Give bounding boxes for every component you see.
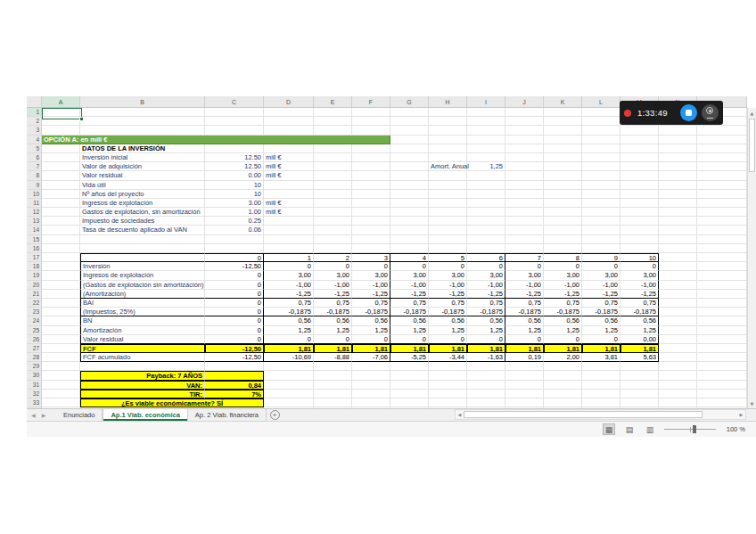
cell-filler-19[interactable] (697, 271, 747, 280)
cell-I23[interactable]: -0,1875 (467, 308, 505, 316)
cell-M26[interactable]: 0,00 (620, 335, 659, 344)
cell-K9[interactable] (544, 181, 582, 190)
cell-G5[interactable] (390, 144, 429, 153)
cell-J13[interactable] (505, 217, 544, 226)
cell-N6[interactable] (659, 153, 697, 162)
cell-M31[interactable] (620, 381, 659, 390)
cell-M19[interactable]: 3,00 (620, 271, 659, 280)
cell-E31[interactable] (314, 381, 352, 390)
cell-L8[interactable] (582, 171, 620, 180)
cell-filler-16[interactable] (697, 244, 747, 253)
cell-D32[interactable] (264, 390, 314, 398)
cell-B19[interactable]: Ingresos de explotación (80, 271, 205, 280)
cell-I12[interactable] (467, 208, 505, 217)
cell-F7[interactable] (352, 162, 390, 171)
cell-I16[interactable] (467, 244, 505, 253)
cell-G17[interactable]: 4 (390, 253, 429, 262)
cell-M8[interactable] (620, 171, 659, 180)
cell-N33[interactable] (659, 398, 697, 407)
cell-M6[interactable] (620, 153, 659, 162)
cell-A32[interactable] (42, 390, 80, 398)
cell-E8[interactable] (314, 171, 352, 180)
cell-C23[interactable]: 0 (205, 308, 264, 316)
cell-N18[interactable] (659, 262, 697, 271)
cell-A13[interactable] (42, 217, 80, 226)
cell-D19[interactable]: 3,00 (264, 271, 314, 280)
cell-K4[interactable] (544, 136, 582, 144)
cell-K17[interactable]: 8 (544, 253, 582, 262)
cell-L3[interactable] (582, 126, 620, 135)
cell-L11[interactable] (582, 199, 620, 208)
cell-L23[interactable]: -0,1875 (582, 308, 620, 316)
cell-K21[interactable]: -1,25 (544, 290, 582, 299)
cell-H31[interactable] (429, 381, 467, 390)
cell-H27[interactable]: 1,81 (429, 344, 467, 353)
cell-A3[interactable] (42, 126, 80, 135)
cell-E29[interactable] (314, 362, 352, 371)
row-header-11[interactable]: 11 (27, 199, 42, 208)
normal-view-icon[interactable]: ▦ (603, 423, 615, 435)
cell-filler-7[interactable] (697, 162, 747, 171)
row-header-16[interactable]: 16 (27, 244, 42, 253)
cell-D29[interactable] (264, 362, 314, 371)
cell-K29[interactable] (544, 362, 582, 371)
cell-F17[interactable]: 3 (352, 253, 390, 262)
cell-banner-option-a[interactable]: OPCIÓN A: en mill € (42, 136, 390, 144)
col-header-F[interactable]: F (352, 96, 390, 107)
cell-H6[interactable] (429, 153, 467, 162)
cell-filler-6[interactable] (697, 153, 747, 162)
cell-B1[interactable] (80, 108, 205, 117)
cell-E13[interactable] (314, 217, 352, 226)
col-header-G[interactable]: G (390, 96, 429, 107)
cell-D30[interactable] (264, 371, 314, 380)
cell-H24[interactable]: 0,56 (429, 316, 467, 325)
col-header-L[interactable]: L (582, 96, 620, 107)
cell-G6[interactable] (390, 153, 429, 162)
row-header-13[interactable]: 13 (27, 217, 42, 226)
cell-G8[interactable] (390, 171, 429, 180)
cell-G32[interactable] (390, 390, 429, 398)
cell-N22[interactable] (659, 299, 697, 308)
cell-M22[interactable]: 0,75 (620, 299, 659, 308)
cell-J8[interactable] (505, 171, 544, 180)
cell-D17[interactable]: 1 (264, 253, 314, 262)
cell-K14[interactable] (544, 226, 582, 234)
cell-D2[interactable] (264, 117, 314, 126)
cell-H3[interactable] (429, 126, 467, 135)
cell-L29[interactable] (582, 362, 620, 371)
cell-J9[interactable] (505, 181, 544, 190)
cell-N19[interactable] (659, 271, 697, 280)
cell-B17[interactable] (80, 253, 205, 262)
cell-C24[interactable]: 0 (205, 316, 264, 325)
cell-M30[interactable] (620, 371, 659, 380)
cell-H16[interactable] (429, 244, 467, 253)
cell-N7[interactable] (659, 162, 697, 171)
cell-D15[interactable] (264, 235, 314, 244)
cell-J23[interactable]: -0,1875 (505, 308, 544, 316)
cell-B18[interactable]: Inversión (80, 262, 205, 271)
cell-N4[interactable] (659, 136, 697, 144)
cell-F9[interactable] (352, 181, 390, 190)
cell-M32[interactable] (620, 390, 659, 398)
cell-M13[interactable] (620, 217, 659, 226)
cell-N21[interactable] (659, 290, 697, 299)
cell-G24[interactable]: 0,56 (390, 316, 429, 325)
cell-G30[interactable] (390, 371, 429, 380)
cell-G28[interactable]: -5,25 (390, 353, 429, 362)
cell-L21[interactable]: -1,25 (582, 290, 620, 299)
stop-recording-button[interactable] (680, 104, 697, 121)
cell-K22[interactable]: 0,75 (544, 299, 582, 308)
cell-K20[interactable]: -1,00 (544, 281, 582, 290)
cell-N11[interactable] (659, 199, 697, 208)
row-header-3[interactable]: 3 (27, 126, 42, 135)
cell-L13[interactable] (582, 217, 620, 226)
row-header-33[interactable]: 33 (27, 398, 42, 407)
cell-C9[interactable]: 10 (205, 181, 264, 190)
cell-M9[interactable] (620, 181, 659, 190)
cell-N15[interactable] (659, 235, 697, 244)
cell-K5[interactable] (544, 144, 582, 153)
cell-D12[interactable]: mill € (264, 208, 314, 217)
row-header-19[interactable]: 19 (27, 271, 42, 280)
cell-B2[interactable] (80, 117, 205, 126)
cell-K31[interactable] (544, 381, 582, 390)
